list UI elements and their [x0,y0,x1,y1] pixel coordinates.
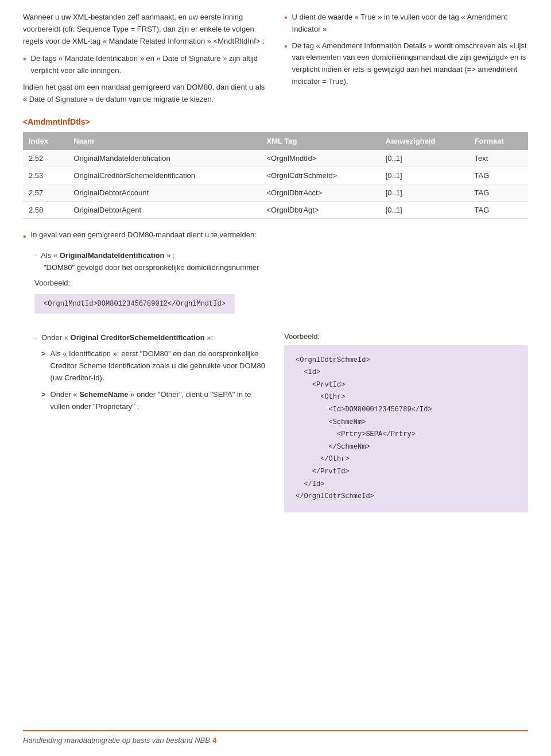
arrow2-text: Onder « SchemeName » onder "Other", dien… [51,389,267,413]
footer: Handleiding mandaatmigratie op basis van… [23,730,528,745]
table-row: 2.53OriginalCreditorSchemeIdentification… [23,167,528,184]
col-naam: Naam [68,132,261,150]
voorbeeld1-label: Voorbeeld: [34,279,528,287]
dash1-subtext: "DOM80" gevolgd door het oorspronkelijke… [44,263,259,272]
col-formaat: Formaat [469,132,528,150]
table-header-row: Index Naam XML Tag Aanwezigheid Formaat [23,132,528,150]
lower-left: - Onder « Original CreditorSchemeIdentif… [23,332,267,522]
top-left-para1: Wanneer u uw XML-bestanden zelf aanmaakt… [23,11,267,47]
top-section: Wanneer u uw XML-bestanden zelf aanmaakt… [23,11,528,106]
top-right-bullet2: • De tag « Amendment Information Details… [284,40,528,88]
migration-note-text: In geval van een gemigreerd DOM80-mandaa… [31,230,257,239]
migration-note: • In geval van een gemigreerd DOM80-mand… [23,230,528,243]
arrow-item-1: > Als « Identification »: eerst "DOM80" … [41,348,267,384]
dash2-bold: Original CreditorSchemeIdentification [71,333,205,342]
lower-section: - Onder « Original CreditorSchemeIdentif… [23,332,528,522]
dash-item-2: - Onder « Original CreditorSchemeIdentif… [34,332,267,344]
col-xml-tag: XML Tag [261,132,380,150]
data-table: Index Naam XML Tag Aanwezigheid Formaat … [23,132,528,219]
col-index: Index [23,132,68,150]
voorbeeld1-code: <OrgnlMndtId>DOM80123456789012</OrgnlMnd… [34,294,235,314]
top-right-bullet1-text: U dient de waarde « True » in te vullen … [292,11,528,36]
dash-item-1: - Als « OriginalMandateIdentification » … [34,250,528,274]
bottom-section: • In geval van een gemigreerd DOM80-mand… [23,230,528,522]
top-right-column: • U dient de waarde « True » in te vulle… [284,11,528,106]
arrow1-text: Als « Identification »: eerst "DOM80" en… [51,348,267,384]
bullet-dot-3: • [284,40,288,88]
bullet-dot-4: • [23,230,26,243]
top-left-para2: Indien het gaat om een mandaat gemigreer… [23,82,267,106]
section-tag: <AmdmntInfDtls> [23,117,528,126]
arrow-items: > Als « Identification »: eerst "DOM80" … [41,348,267,412]
table-row: 2.57OriginalDebtorAccount<OrgnlDbtrAcct>… [23,184,528,201]
table-row: 2.58OriginalDebtorAgent<OrgnlDbtrAgt>[0.… [23,201,528,218]
footer-text: Handleiding mandaatmigratie op basis van… [23,736,210,745]
top-left-bullet1-text: De tags « Mandate Identification » en « … [31,53,267,77]
voorbeeld1-block: Voorbeeld: <OrgnlMndtId>DOM8012345678901… [34,279,528,323]
bullet-dot-1: • [23,53,26,77]
table-row: 2.52OriginalMandateIdentification<OrgnlM… [23,150,528,167]
top-right-bullet1: • U dient de waarde « True » in te vulle… [284,11,528,36]
top-left-bullet1: • De tags « Mandate Identification » en … [23,53,267,77]
footer-number: 4 [212,736,216,745]
col-aanwezigheid: Aanwezigheid [380,132,469,150]
arrow-item-2: > Onder « SchemeName » onder "Other", di… [41,389,267,413]
top-left-column: Wanneer u uw XML-bestanden zelf aanmaakt… [23,11,267,106]
voorbeeld2-label: Voorbeeld: [284,332,528,341]
bullet-dot-2: • [284,11,288,36]
top-right-bullet2-text: De tag « Amendment Information Details »… [292,40,528,88]
dash1-bold: OriginalMandateIdentification [60,251,165,260]
lower-right: Voorbeeld: <OrgnlCdtrSchmeId> <Id> <Prvt… [284,332,528,522]
voorbeeld2-code: <OrgnlCdtrSchmeId> <Id> <PrvtId> <Othr> … [284,345,528,512]
